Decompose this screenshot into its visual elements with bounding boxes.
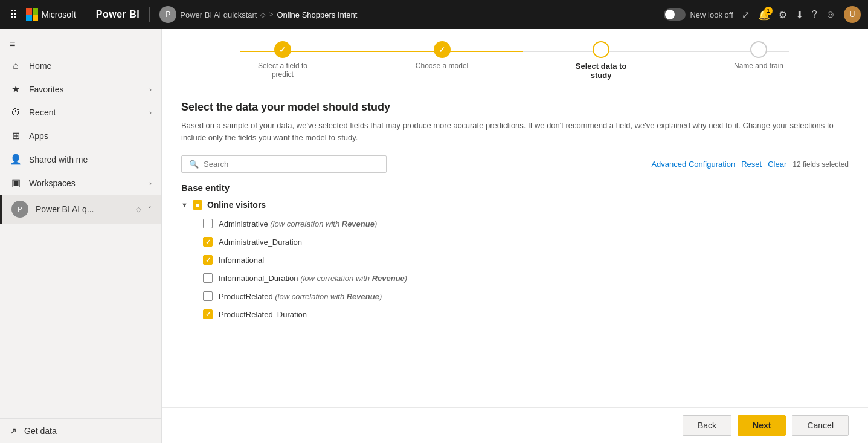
- field-administrative-label: Administrative (low correlation with Rev…: [219, 219, 377, 228]
- step4-label: Name and train: [734, 62, 783, 70]
- breadcrumb: P Power BI AI quickstart ◇ > Online Shop…: [159, 6, 658, 23]
- step2-circle: ✓: [434, 41, 451, 58]
- waffle-icon[interactable]: ⠿: [7, 5, 20, 24]
- field-info-duration-checkbox[interactable]: [203, 273, 213, 283]
- entity-name: Online visitors: [207, 200, 266, 210]
- expand-icon[interactable]: ⤢: [742, 9, 750, 21]
- chevron-icon: ›: [149, 109, 152, 116]
- field-productrelated-checkbox[interactable]: [203, 291, 213, 301]
- favorites-icon: ★: [10, 83, 22, 95]
- step3-circle: [593, 41, 609, 58]
- apps-icon: ⊞: [10, 130, 22, 141]
- ms-logo-icon: [26, 8, 38, 21]
- step2-label: Choose a model: [416, 62, 468, 70]
- microsoft-label: Microsoft: [42, 10, 76, 19]
- recent-icon: ⏱: [10, 107, 22, 118]
- user-avatar[interactable]: U: [844, 6, 861, 23]
- chevron-icon: ›: [149, 179, 152, 187]
- top-navigation: ⠿ Microsoft Power BI P Power BI AI quick…: [0, 0, 868, 29]
- step3-label: Select data to study: [565, 62, 637, 80]
- cancel-button[interactable]: Cancel: [792, 415, 849, 436]
- wizard-step-1[interactable]: ✓ Select a field to predict: [246, 41, 319, 79]
- sidebar-item-label: Favorites: [29, 85, 142, 94]
- help-icon[interactable]: ?: [812, 9, 817, 20]
- workspace-icon: P: [11, 201, 28, 218]
- search-box[interactable]: 🔍: [181, 155, 387, 173]
- step4-circle: [750, 41, 767, 58]
- field-informational-checkbox[interactable]: [203, 255, 213, 265]
- reset-link[interactable]: Reset: [741, 160, 762, 169]
- entity-group: ▼ ■ Online visitors Administrative (low …: [181, 200, 849, 323]
- field-item: Administrative (low correlation with Rev…: [203, 215, 849, 233]
- sidebar-item-label: Power BI AI q...: [36, 204, 129, 214]
- diamond-icon: ◇: [260, 11, 265, 19]
- entity-header[interactable]: ▼ ■ Online visitors: [181, 200, 849, 210]
- fields-selected-count: 12 fields selected: [792, 160, 849, 169]
- hamburger-menu[interactable]: ≡: [0, 34, 161, 54]
- sidebar-item-shared[interactable]: 👤 Shared with me: [0, 147, 161, 171]
- topnav-actions: New look off ⤢ 🔔 1 ⚙ ⬇ ? ☺ U: [664, 6, 861, 23]
- wizard-steps: ✓ Select a field to predict ✓ Choose a m…: [162, 29, 868, 86]
- field-product-duration-checkbox[interactable]: [203, 309, 213, 319]
- field-item: Administrative_Duration: [203, 233, 849, 251]
- next-button[interactable]: Next: [738, 415, 786, 436]
- right-actions: Advanced Configuration Reset Clear 12 fi…: [651, 160, 849, 169]
- workspaces-icon: ▣: [10, 177, 22, 189]
- microsoft-logo: Microsoft: [26, 8, 76, 21]
- field-item: Informational_Duration (low correlation …: [203, 269, 849, 287]
- get-data-button[interactable]: ↗ Get data: [10, 426, 152, 436]
- field-list: Administrative (low correlation with Rev…: [181, 215, 849, 323]
- entity-icon: ■: [193, 200, 202, 210]
- sidebar-item-apps[interactable]: ⊞ Apps: [0, 124, 161, 147]
- newlook-toggle[interactable]: New look off: [664, 8, 733, 21]
- sidebar: ≡ ⌂ Home ★ Favorites › ⏱ Recent › ⊞ Apps…: [0, 29, 162, 443]
- shared-icon: 👤: [10, 154, 22, 165]
- feedback-icon[interactable]: ☺: [826, 9, 835, 20]
- sidebar-item-favorites[interactable]: ★ Favorites ›: [0, 77, 161, 101]
- nav-divider2: [149, 7, 150, 22]
- settings-icon[interactable]: ⚙: [779, 9, 787, 21]
- sidebar-item-home[interactable]: ⌂ Home: [0, 54, 161, 77]
- footer: Back Next Cancel: [162, 407, 868, 443]
- workspace-name[interactable]: Power BI AI quickstart: [180, 10, 257, 19]
- field-informational-label: Informational: [219, 256, 264, 265]
- notifications-icon[interactable]: 🔔 1: [758, 9, 770, 21]
- sidebar-item-label: Shared with me: [29, 155, 152, 164]
- field-item: Informational: [203, 251, 849, 269]
- chevron-icon: ›: [149, 86, 152, 93]
- get-data-label: Get data: [24, 426, 57, 436]
- sidebar-item-label: Apps: [29, 131, 152, 141]
- section-description: Based on a sample of your data, we've se…: [181, 120, 849, 143]
- workspace-avatar[interactable]: P: [159, 6, 176, 23]
- search-actions-row: 🔍 Advanced Configuration Reset Clear 12 …: [181, 155, 849, 173]
- wizard-step-2[interactable]: ✓ Choose a model: [416, 41, 468, 70]
- download-icon[interactable]: ⬇: [796, 9, 803, 21]
- section-title: Select the data your model should study: [181, 101, 849, 114]
- field-product-duration-label: ProductRelated_Duration: [219, 310, 307, 319]
- page-title: Online Shoppers Intent: [277, 10, 357, 19]
- entity-collapse-icon[interactable]: ▼: [181, 201, 188, 209]
- nav-divider: [86, 7, 86, 22]
- diamond-small-icon: ◇: [136, 205, 141, 213]
- sidebar-item-workspaces[interactable]: ▣ Workspaces ›: [0, 171, 161, 195]
- field-admin-duration-label: Administrative_Duration: [219, 238, 302, 247]
- step1-circle: ✓: [274, 41, 291, 58]
- sidebar-item-powerbi-ai[interactable]: P Power BI AI q... ◇ ˅: [0, 195, 161, 224]
- notification-badge: 1: [764, 7, 773, 15]
- clear-link[interactable]: Clear: [768, 160, 786, 169]
- wizard-step-3[interactable]: Select data to study: [565, 41, 637, 80]
- search-input[interactable]: [204, 160, 379, 169]
- step1-label: Select a field to predict: [246, 62, 319, 79]
- sidebar-item-recent[interactable]: ⏱ Recent ›: [0, 101, 161, 124]
- back-button[interactable]: Back: [683, 415, 731, 436]
- get-data-icon: ↗: [10, 426, 17, 436]
- field-admin-duration-checkbox[interactable]: [203, 237, 213, 247]
- advanced-config-link[interactable]: Advanced Configuration: [651, 160, 735, 169]
- search-icon: 🔍: [189, 160, 199, 169]
- field-info-duration-label: Informational_Duration (low correlation …: [219, 274, 407, 283]
- base-entity-label: Base entity: [181, 183, 849, 193]
- content-area: Select the data your model should study …: [162, 86, 868, 407]
- wizard-step-4[interactable]: Name and train: [734, 41, 783, 70]
- field-administrative-checkbox[interactable]: [203, 219, 213, 228]
- toggle-switch[interactable]: [664, 8, 686, 21]
